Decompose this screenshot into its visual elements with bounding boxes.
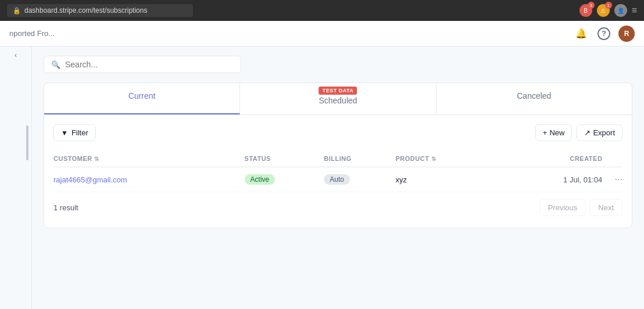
table-toolbar: ▼ Filter + New ↗ Export xyxy=(53,124,622,141)
browser-extension-icons: B 3 ⚠ 1 👤 ≡ xyxy=(579,4,637,17)
url-text: dashboard.stripe.com/test/subscriptions xyxy=(24,6,147,15)
col-header-product[interactable]: PRODUCT ⇅ xyxy=(395,150,500,167)
tab-canceled-label: Canceled xyxy=(517,91,551,100)
sort-product-icon[interactable]: ⇅ xyxy=(431,156,437,162)
top-nav: nported Fro... 🔔 ? R xyxy=(0,21,644,46)
brave-shield-icon[interactable]: B 3 xyxy=(579,4,592,17)
avatar[interactable]: R xyxy=(618,26,635,42)
search-icon: 🔍 xyxy=(51,60,60,69)
content-area: ‹ 🔍 Current xyxy=(0,46,644,309)
tab-current-label: Current xyxy=(128,91,156,100)
export-button[interactable]: ↗ Export xyxy=(577,124,622,141)
row-actions-menu[interactable]: ··· xyxy=(602,167,622,192)
tabs-container: Current TEST DATA Scheduled Canceled xyxy=(44,82,632,228)
url-bar[interactable]: 🔒 dashboard.stripe.com/test/subscription… xyxy=(7,4,193,17)
filter-icon: ▼ xyxy=(61,129,68,137)
test-data-badge: TEST DATA xyxy=(319,87,357,95)
status-badge: Active xyxy=(245,174,276,185)
col-created-label: CREATED xyxy=(570,155,602,162)
help-question-icon[interactable]: ? xyxy=(598,27,610,40)
plus-icon: + xyxy=(543,128,548,137)
nav-right-actions: 🔔 ? R xyxy=(573,26,635,42)
app-wrapper: nported Fro... 🔔 ? R ‹ 🔍 xyxy=(0,21,644,309)
alert-extension-icon[interactable]: ⚠ 1 xyxy=(597,4,610,17)
alert-badge: 1 xyxy=(605,2,612,9)
tab-scheduled-label: Scheduled xyxy=(319,96,357,105)
user-profile-icon[interactable]: 👤 xyxy=(614,4,627,17)
tab-scheduled[interactable]: TEST DATA Scheduled xyxy=(240,83,436,114)
filter-label: Filter xyxy=(71,128,88,137)
pagination-area: 1 result Previous Next xyxy=(53,192,622,218)
previous-button[interactable]: Previous xyxy=(539,199,586,216)
scrollbar-track xyxy=(26,46,29,309)
lock-icon: 🔒 xyxy=(13,7,21,15)
export-label: Export xyxy=(593,128,615,137)
search-bar[interactable]: 🔍 xyxy=(44,56,241,73)
scrollbar-thumb xyxy=(26,125,28,160)
billing-badge: Auto xyxy=(324,174,350,185)
table-area: ▼ Filter + New ↗ Export xyxy=(44,115,632,228)
sidebar-mini: ‹ xyxy=(0,46,32,309)
notifications-bell-icon[interactable]: 🔔 xyxy=(573,26,589,42)
table-row[interactable]: rajat4665@gmail.com Active Auto xyz xyxy=(53,167,622,192)
cell-billing: Auto xyxy=(324,167,395,192)
col-customer-label: CUSTOMER xyxy=(53,155,92,162)
search-input[interactable] xyxy=(65,60,234,69)
result-count: 1 result xyxy=(53,203,78,212)
search-bar-wrap: 🔍 xyxy=(44,56,632,73)
toolbar-right: + New ↗ Export xyxy=(535,124,622,141)
cell-customer: rajat4665@gmail.com xyxy=(53,167,245,192)
col-billing-label: BILLING xyxy=(324,155,352,162)
col-status-label: STATUS xyxy=(245,155,271,162)
browser-chrome: 🔒 dashboard.stripe.com/test/subscription… xyxy=(0,0,644,21)
next-button[interactable]: Next xyxy=(589,199,622,216)
export-arrow-icon: ↗ xyxy=(584,128,591,137)
sidebar-collapse-icon[interactable]: ‹ xyxy=(15,51,17,59)
tab-canceled[interactable]: Canceled xyxy=(437,83,632,114)
brave-badge: 3 xyxy=(588,2,595,9)
tabs-header: Current TEST DATA Scheduled Canceled xyxy=(44,83,632,115)
col-header-created: CREATED xyxy=(501,150,602,167)
new-label: New xyxy=(549,128,564,137)
cell-product: xyz xyxy=(395,167,500,192)
col-header-billing: BILLING xyxy=(324,150,395,167)
subscriptions-table: CUSTOMER ⇅ STATUS BILLING xyxy=(53,150,622,192)
customer-email[interactable]: rajat4665@gmail.com xyxy=(53,175,127,184)
table-header: CUSTOMER ⇅ STATUS BILLING xyxy=(53,150,622,167)
cell-created: 1 Jul, 01:04 xyxy=(501,167,602,192)
col-header-status: STATUS xyxy=(245,150,324,167)
nav-breadcrumb: nported Fro... xyxy=(9,29,55,38)
browser-menu-icon[interactable]: ≡ xyxy=(632,5,637,16)
filter-button[interactable]: ▼ Filter xyxy=(53,124,96,141)
table-body: rajat4665@gmail.com Active Auto xyz xyxy=(53,167,622,192)
col-product-label: PRODUCT xyxy=(395,155,429,162)
new-button[interactable]: + New xyxy=(535,124,573,141)
next-label: Next xyxy=(598,203,614,212)
main-content: 🔍 Current TEST DATA Scheduled Cancel xyxy=(32,46,644,309)
created-date: 1 Jul, 01:04 xyxy=(563,175,602,184)
col-header-customer[interactable]: CUSTOMER ⇅ xyxy=(53,150,245,167)
sort-customer-icon[interactable]: ⇅ xyxy=(94,156,99,162)
product-name: xyz xyxy=(395,175,407,184)
col-header-actions xyxy=(602,150,622,167)
pagination-buttons: Previous Next xyxy=(539,199,622,216)
previous-label: Previous xyxy=(548,203,578,212)
cell-status: Active xyxy=(245,167,324,192)
tab-current[interactable]: Current xyxy=(44,83,240,114)
